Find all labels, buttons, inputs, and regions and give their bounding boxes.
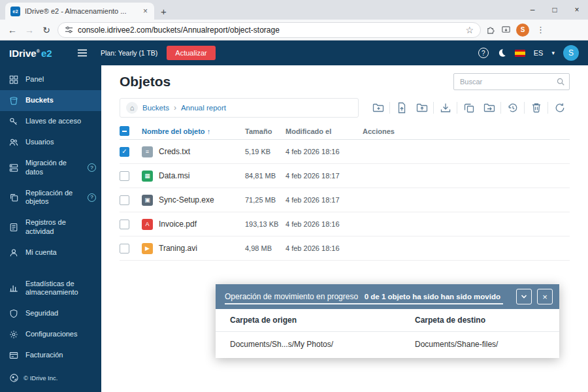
sidebar-item-storage-stats[interactable]: Estadísticas de almacenamiento	[0, 274, 101, 304]
object-name: Sync-Setup.exe	[159, 195, 214, 204]
help-icon[interactable]: ?	[88, 193, 96, 202]
forward-button[interactable]: →	[24, 25, 35, 35]
billing-icon	[9, 351, 19, 360]
tab-title: IDrive® e2 - Almacenamiento ...	[25, 7, 137, 15]
source-folder-path: Documents/Sh...s/My Photos/	[230, 340, 415, 349]
object-modified: 4 feb 2026 18:16	[286, 244, 363, 252]
url-text: console.idrivee2.com/buckets/Annualrepor…	[78, 25, 280, 35]
object-toolbar	[368, 101, 570, 115]
browser-window: e2 IDrive® e2 - Almacenamiento ... × + –…	[0, 0, 588, 392]
column-header-name[interactable]: Nombre del objeto ↑	[142, 127, 245, 135]
column-header-modified[interactable]: Modificado el	[286, 127, 363, 135]
sidebar-item-panel[interactable]: Panel	[0, 69, 101, 90]
sidebar-item-activity-logs[interactable]: Registros de actividad	[0, 212, 101, 242]
row-checkbox[interactable]: ✓	[120, 147, 129, 157]
stats-icon	[9, 284, 19, 293]
object-size: 71,25 MB	[245, 196, 286, 204]
menu-icon[interactable]	[77, 48, 88, 57]
site-info-icon[interactable]	[65, 25, 73, 34]
column-header-size[interactable]: Tamaño	[245, 127, 286, 135]
object-modified: 4 feb 2026 18:17	[286, 196, 363, 204]
site-favicon: e2	[10, 7, 20, 16]
sidebar-item-billing[interactable]: Facturación	[0, 345, 101, 366]
object-modified: 4 feb 2026 18:16	[286, 148, 363, 155]
maximize-button[interactable]: □	[544, 0, 566, 20]
home-icon[interactable]: ⌂	[126, 102, 138, 114]
account-icon	[9, 248, 19, 257]
bookmark-star-icon[interactable]: ☆	[465, 25, 474, 35]
table-row[interactable]: ✓ ▦Data.msi 84,81 MB 4 feb 2026 18:17	[120, 164, 570, 188]
key-icon	[9, 117, 19, 126]
back-button[interactable]: ←	[7, 25, 18, 35]
search-box	[453, 73, 570, 90]
dark-mode-icon[interactable]	[497, 48, 506, 57]
move-icon[interactable]	[479, 101, 499, 115]
search-input[interactable]	[453, 73, 570, 90]
sidebar-item-data-migration[interactable]: Migración de datos ?	[0, 153, 101, 183]
sidebar-footer: © IDrive Inc.	[0, 367, 101, 392]
dest-folder-header: Carpeta de destino	[415, 316, 559, 325]
object-size: 84,81 MB	[245, 172, 286, 180]
breadcrumb-root[interactable]: Buckets	[142, 104, 169, 112]
download-icon[interactable]	[435, 101, 455, 115]
object-modified: 4 feb 2026 18:17	[286, 172, 363, 180]
row-checkbox[interactable]: ✓	[120, 171, 129, 181]
progress-bar	[225, 303, 503, 304]
object-size: 193,13 KB	[245, 220, 286, 228]
move-operation-panel: Operación de movimiento en progreso 0 de…	[216, 284, 559, 358]
sidebar-item-users[interactable]: Usuarios	[0, 132, 101, 153]
language-selector[interactable]: ES	[534, 49, 544, 57]
upload-file-icon[interactable]	[391, 101, 412, 115]
table-row[interactable]: ✓ AInvoice.pdf 193,13 KB 4 feb 2026 18:1…	[120, 212, 570, 237]
close-button[interactable]: ×	[566, 0, 588, 20]
copy-icon[interactable]	[459, 101, 479, 115]
upgrade-button[interactable]: Actualizar	[167, 46, 215, 60]
object-name: Creds.txt	[159, 147, 190, 156]
minimize-button[interactable]: –	[521, 0, 544, 20]
collapse-panel-button[interactable]	[516, 289, 532, 304]
sidebar-item-access-keys[interactable]: Llaves de acceso	[0, 111, 101, 132]
sidebar-item-settings[interactable]: Configuraciones	[0, 324, 101, 345]
close-panel-button[interactable]: ×	[537, 289, 553, 304]
table-row[interactable]: ✓ ≡Creds.txt 5,19 KB 4 feb 2026 18:16	[120, 140, 570, 164]
sidebar-item-object-replication[interactable]: Replicación de objetos ?	[0, 183, 101, 213]
gear-icon	[9, 330, 19, 339]
table-row[interactable]: ✓ ▶Traning.avi 4,98 MB 4 feb 2026 18:16	[120, 237, 570, 261]
create-folder-icon[interactable]	[368, 101, 388, 115]
reload-button[interactable]: ↻	[41, 25, 52, 35]
user-avatar[interactable]: S	[563, 45, 579, 61]
window-controls: – □ ×	[521, 0, 588, 20]
refresh-icon[interactable]	[549, 101, 570, 115]
help-icon[interactable]: ?	[88, 163, 96, 172]
object-name: Traning.avi	[159, 244, 197, 253]
table-row[interactable]: ✓ ▣Sync-Setup.exe 71,25 MB 4 feb 2026 18…	[120, 188, 570, 212]
browser-tools-icon[interactable]	[501, 25, 511, 35]
browser-tab[interactable]: e2 IDrive® e2 - Almacenamiento ... ×	[5, 3, 154, 20]
address-bar[interactable]: console.idrivee2.com/buckets/Annualrepor…	[57, 22, 481, 38]
restore-history-icon[interactable]	[502, 101, 523, 115]
new-tab-button[interactable]: +	[161, 6, 167, 17]
avi-file-icon: ▶	[142, 243, 153, 254]
tab-close-icon[interactable]: ×	[142, 7, 149, 16]
select-all-checkbox[interactable]	[120, 126, 129, 136]
copyright-text: © IDrive Inc.	[24, 374, 57, 382]
help-icon[interactable]: ?	[478, 48, 489, 58]
row-checkbox[interactable]: ✓	[120, 195, 129, 205]
row-checkbox[interactable]: ✓	[120, 220, 129, 229]
chevron-down-icon[interactable]: ▾	[551, 50, 555, 56]
row-checkbox[interactable]: ✓	[120, 244, 129, 253]
tab-strip: e2 IDrive® e2 - Almacenamiento ... × + –…	[0, 0, 588, 20]
idrive-e2-logo[interactable]: IDrive®e2	[0, 48, 77, 59]
move-panel-title: Operación de movimiento en progreso	[225, 292, 358, 301]
object-size: 4,98 MB	[245, 244, 286, 252]
browser-profile-avatar[interactable]: S	[516, 24, 529, 37]
upload-folder-icon[interactable]	[412, 101, 432, 115]
delete-icon[interactable]	[526, 101, 546, 115]
extensions-puzzle-icon[interactable]	[486, 25, 496, 35]
browser-menu-icon[interactable]: ⋮	[534, 25, 547, 35]
pdf-file-icon: A	[142, 219, 153, 230]
sidebar-item-my-account[interactable]: Mi cuenta	[0, 242, 101, 263]
breadcrumb-current[interactable]: Annual report	[181, 104, 226, 112]
sidebar-item-buckets[interactable]: Buckets	[0, 90, 101, 111]
sidebar-item-security[interactable]: Seguridad	[0, 303, 101, 324]
